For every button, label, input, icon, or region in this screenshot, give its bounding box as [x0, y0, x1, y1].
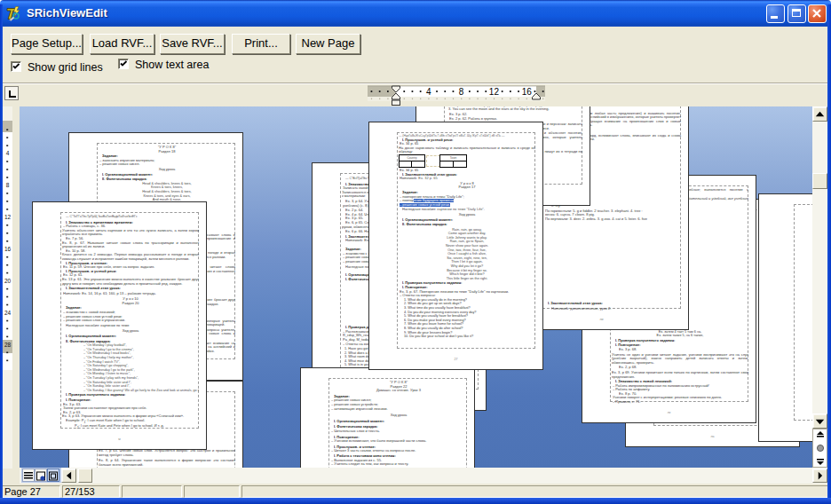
svg-text:20: 20: [4, 278, 12, 284]
svg-text:16: 16: [522, 87, 533, 97]
svg-text:4: 4: [6, 150, 10, 156]
svg-text:12: 12: [4, 214, 12, 220]
svg-text:16: 16: [4, 246, 12, 252]
svg-text:8: 8: [6, 182, 10, 188]
svg-text:28: 28: [4, 342, 12, 348]
svg-text:12: 12: [489, 87, 500, 97]
svg-text:4: 4: [426, 87, 431, 97]
svg-text:8: 8: [459, 87, 464, 97]
svg-text:24: 24: [4, 310, 12, 316]
